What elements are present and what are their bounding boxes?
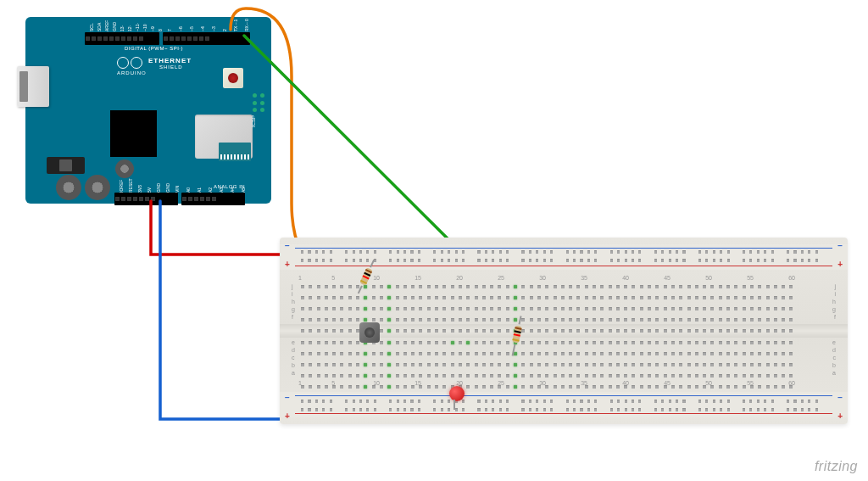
pushbutton: [358, 321, 381, 344]
digital-pins-right: [163, 32, 250, 45]
ethernet-controller-chip: [110, 110, 157, 157]
ethernet-port: [17, 66, 49, 107]
power-switch: [47, 157, 85, 174]
capacitor: [85, 175, 110, 200]
capacitor: [56, 175, 81, 200]
reset-button: [223, 68, 243, 88]
red-led: [449, 386, 466, 403]
icsp-header: [253, 93, 266, 114]
shield-name-top: ETHERNET: [148, 57, 192, 64]
arduino-ethernet-shield: SCL SDA AREF GND 13· 12· ~11· ~10 ~9 8 7…: [25, 17, 271, 204]
arduino-logo-icon: [117, 57, 142, 70]
digital-label: DIGITAL (PWM~ SPI·): [125, 46, 183, 51]
icsp-label: ICSP: [251, 115, 256, 127]
analog-label: ANALOG IN: [214, 184, 245, 189]
digital-pins-left: [85, 32, 159, 45]
wire-5v-red: [151, 201, 292, 254]
power-pins: [114, 193, 178, 205]
shield-name-bottom: SHIELD: [159, 64, 183, 70]
fritzing-watermark: fritzing: [815, 459, 858, 474]
wire-gnd-blue: [160, 201, 292, 419]
capacitor: [115, 159, 134, 178]
sd-connector: [219, 143, 251, 161]
analog-pins: [181, 193, 245, 205]
brand-label: ARDUINO: [117, 70, 147, 76]
